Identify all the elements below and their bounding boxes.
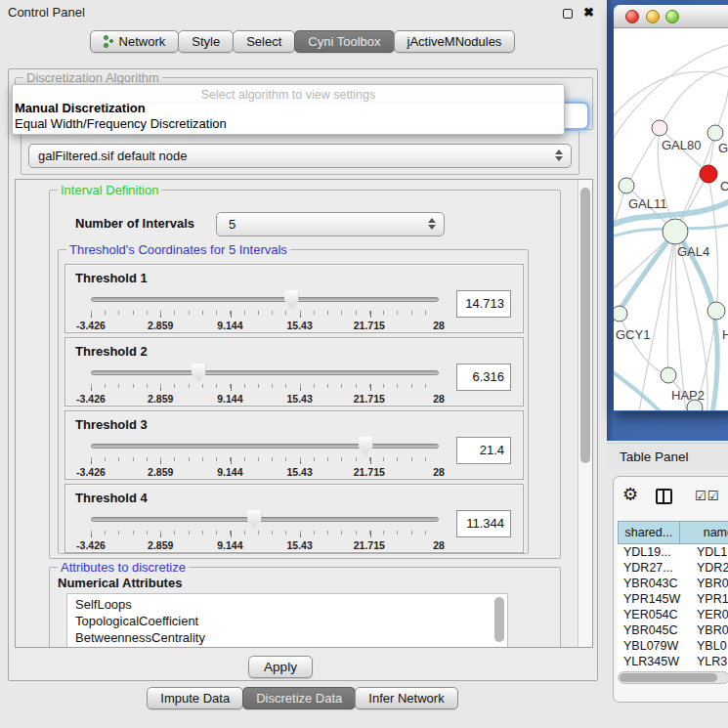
numerical-attributes-list[interactable]: SelfLoops TopologicalCoefficient Between… <box>66 593 508 648</box>
threshold-3-value-field[interactable]: 21.4 <box>456 437 511 464</box>
cell[interactable]: YBL0 <box>693 638 728 654</box>
cell[interactable]: YBR0 <box>693 576 728 591</box>
cell[interactable]: YBL079W <box>618 638 693 654</box>
cell[interactable]: YBR0 <box>693 622 728 638</box>
table-row[interactable]: YBR045CYBR0 <box>618 622 728 638</box>
split-view-icon[interactable] <box>656 489 672 504</box>
threshold-2-value-field[interactable]: 6.316 <box>456 364 511 391</box>
scale-label: 2.859 <box>148 320 173 331</box>
cell[interactable]: YER054C <box>618 607 693 622</box>
table-row[interactable]: YDL19...YDL1 <box>618 544 728 560</box>
tab-jactivemnodules[interactable]: jActiveMNodules <box>394 30 516 53</box>
apply-button[interactable]: Apply <box>248 656 313 678</box>
threshold-4-value-field[interactable]: 11.344 <box>456 510 511 537</box>
number-of-intervals-label: Number of Intervals <box>75 216 194 231</box>
network-window[interactable]: GAL80 GA C GAL11 GAL4 GCY1 H HAP2 <box>614 5 728 411</box>
combo-arrows-icon <box>553 148 565 163</box>
cell[interactable]: YDR2 <box>693 560 728 576</box>
threshold-2-slider[interactable]: -3.426 2.859 9.144 15.43 21.715 28 <box>91 367 439 407</box>
node-gal4[interactable] <box>663 219 688 244</box>
threshold-1-value-field[interactable]: 14.713 <box>456 290 511 318</box>
node-gal80[interactable] <box>652 120 667 136</box>
slider-track <box>91 297 439 302</box>
network-canvas[interactable]: GAL80 GA C GAL11 GAL4 GCY1 H HAP2 <box>614 28 728 410</box>
threshold-2-thumb[interactable] <box>192 364 206 382</box>
list-item[interactable]: TopologicalCoefficient <box>75 613 507 629</box>
node-label-gal4: GAL4 <box>677 244 709 259</box>
cell[interactable]: YBR043C <box>618 576 693 591</box>
float-window-icon[interactable] <box>563 9 573 19</box>
tab-cyni-toolbox[interactable]: Cyni Toolbox <box>294 30 394 53</box>
tab-impute-data-label: Impute Data <box>160 688 230 708</box>
threshold-1-slider[interactable]: -3.426 2.859 9.144 15.43 21.715 28 <box>91 294 439 333</box>
close-traffic-light-icon[interactable] <box>625 10 639 23</box>
threshold-1-thumb[interactable] <box>284 290 299 309</box>
table-data-combobox[interactable]: galFiltered.sif default node <box>28 144 572 168</box>
scale-label: 9.144 <box>217 320 242 331</box>
table-row[interactable]: YBR043CYBR0 <box>618 576 728 591</box>
scrollbar-thumb[interactable] <box>620 673 717 682</box>
horizontal-scrollbar[interactable] <box>618 671 728 684</box>
scale-label: 9.144 <box>217 466 242 478</box>
slider-scale: -3.426 2.859 9.144 15.43 21.715 28 <box>91 466 439 479</box>
tab-cyni-toolbox-label: Cyni Toolbox <box>308 31 380 52</box>
scale-label: 21.715 <box>354 320 385 331</box>
cell[interactable]: YLR3 <box>693 654 728 669</box>
tab-select-label: Select <box>246 31 281 52</box>
panel-title: Control Panel <box>8 5 85 20</box>
checkbox-icons[interactable]: ☑☑ <box>695 489 719 503</box>
slider-minor-ticks <box>91 531 439 535</box>
list-item[interactable]: BetweennessCentrality <box>75 629 507 646</box>
tab-style[interactable]: Style <box>178 30 234 53</box>
vertical-scrollbar[interactable] <box>578 180 592 647</box>
list-item[interactable]: SelfLoops <box>75 596 507 613</box>
threshold-3-slider[interactable]: -3.426 2.859 9.144 15.43 21.715 28 <box>91 441 439 480</box>
tab-discretize-data[interactable]: Discretize Data <box>242 687 356 709</box>
tab-infer-network[interactable]: Infer Network <box>355 687 457 709</box>
threshold-4-slider[interactable]: -3.426 2.859 9.144 15.43 21.715 28 <box>91 514 439 553</box>
threshold-3-box: Threshold 3 -3.426 2.859 9.144 <box>64 410 524 480</box>
tab-select[interactable]: Select <box>233 30 295 53</box>
table-row[interactable]: YPR145WYPR1 <box>618 591 728 607</box>
table-row[interactable]: YLR345WYLR3 <box>618 654 728 669</box>
node-hap2[interactable] <box>661 367 676 383</box>
cell[interactable]: YDR27... <box>618 560 693 576</box>
cell[interactable]: YLR345W <box>618 654 693 669</box>
column-header-shared[interactable]: shared... <box>618 521 680 544</box>
gear-icon[interactable]: ⚙ <box>622 486 638 503</box>
tab-impute-data[interactable]: Impute Data <box>147 687 243 709</box>
minimize-traffic-light-icon[interactable] <box>646 10 660 23</box>
dropdown-option-equal-width[interactable]: Equal Width/Frequency Discretization <box>13 116 564 132</box>
cell[interactable]: YDL19... <box>618 544 693 560</box>
cell[interactable]: YER0 <box>693 607 728 622</box>
node-label-partial-h: H <box>722 327 728 342</box>
threshold-3-thumb[interactable] <box>359 437 373 455</box>
column-header-name[interactable]: name <box>680 521 728 544</box>
network-icon <box>104 35 114 49</box>
cell[interactable]: YPR145W <box>618 591 693 607</box>
table-row[interactable]: YDR27...YDR2 <box>618 560 728 576</box>
dropdown-option-manual[interactable]: Manual Discretization <box>13 101 564 116</box>
cell[interactable]: YBR045C <box>618 622 693 638</box>
network-window-titlebar[interactable] <box>614 5 728 28</box>
cell[interactable]: YDL1 <box>693 544 728 560</box>
node-gal11[interactable] <box>619 178 634 193</box>
close-icon[interactable]: ✖ <box>583 5 594 20</box>
tab-network[interactable]: Network <box>90 30 180 53</box>
node-partial-top[interactable] <box>707 125 723 141</box>
slider-track <box>91 370 439 375</box>
node-red-highlight[interactable] <box>700 165 717 183</box>
table-row[interactable]: YER054CYER0 <box>618 607 728 622</box>
threshold-4-thumb[interactable] <box>247 510 262 529</box>
number-of-intervals-spinner[interactable]: 5 <box>216 212 445 236</box>
table-row[interactable]: YBL079WYBL0 <box>618 638 728 654</box>
cell[interactable]: YPR1 <box>693 591 728 607</box>
bottom-tabbar: Impute Data Discretize Data Infer Networ… <box>0 687 606 709</box>
zoom-traffic-light-icon[interactable] <box>665 10 679 23</box>
list-scrollbar[interactable] <box>494 597 504 642</box>
node-gcy1[interactable] <box>614 306 627 321</box>
node-h[interactable] <box>707 302 725 320</box>
scrollbar-thumb[interactable] <box>580 188 590 463</box>
scale-label: 2.859 <box>148 393 173 405</box>
scale-label: -3.426 <box>76 539 106 551</box>
